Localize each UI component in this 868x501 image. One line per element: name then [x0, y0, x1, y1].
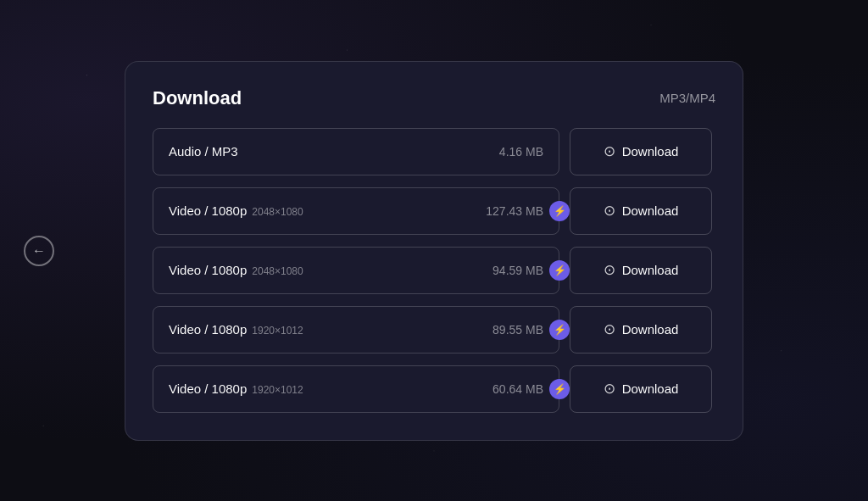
panel-subtitle: MP3/MP4	[659, 91, 715, 105]
download-label: Download	[622, 203, 679, 218]
lightning-icon: ⚡	[554, 324, 566, 336]
download-button[interactable]: ⊙ Download	[570, 128, 712, 175]
resolution-label: 1920×1012	[252, 384, 303, 396]
info-box: Video / 1080p 2048×1080 127.43 MB	[153, 187, 559, 235]
file-size: 4.16 MB	[499, 145, 543, 159]
lightning-icon: ⚡	[554, 264, 566, 276]
download-label: Download	[622, 263, 679, 277]
format-label: Video / 1080p 1920×1012	[169, 322, 303, 337]
file-size: 127.43 MB	[486, 204, 543, 218]
download-panel: Download MP3/MP4 Audio / MP3 4.16 MB ⊙ D…	[125, 61, 743, 441]
download-row: Video / 1080p 2048×1080 94.59 MB ⚡ ⊙ Dow…	[153, 247, 712, 294]
download-label: Download	[622, 322, 679, 337]
download-button[interactable]: ⊙ Download	[570, 247, 712, 294]
file-size: 60.64 MB	[492, 382, 543, 396]
lightning-icon: ⚡	[554, 205, 566, 217]
resolution-label: 1920×1012	[252, 325, 303, 337]
resolution-label: 2048×1080	[252, 265, 303, 277]
download-button[interactable]: ⊙ Download	[570, 187, 712, 235]
file-size: 89.55 MB	[492, 323, 543, 337]
download-circle-icon: ⊙	[604, 380, 615, 398]
download-circle-icon: ⊙	[604, 261, 615, 279]
download-label: Download	[622, 381, 679, 396]
download-circle-icon: ⊙	[604, 202, 615, 220]
resolution-label: 2048×1080	[252, 206, 303, 218]
download-circle-icon: ⊙	[604, 142, 615, 160]
lightning-badge: ⚡	[549, 320, 570, 340]
download-label: Download	[622, 144, 679, 159]
file-size: 94.59 MB	[492, 264, 543, 277]
download-row: Video / 1080p 2048×1080 127.43 MB ⚡ ⊙ Do…	[153, 187, 712, 235]
back-icon: ←	[32, 243, 46, 259]
format-label: Video / 1080p 2048×1080	[169, 263, 303, 277]
download-button[interactable]: ⊙ Download	[570, 365, 712, 413]
lightning-badge: ⚡	[549, 379, 570, 399]
info-box: Video / 1080p 2048×1080 94.59 MB	[153, 247, 559, 294]
format-label: Video / 1080p 1920×1012	[169, 381, 303, 396]
lightning-icon: ⚡	[554, 383, 566, 395]
download-row: Audio / MP3 4.16 MB ⊙ Download	[153, 128, 712, 175]
format-label: Video / 1080p 2048×1080	[169, 203, 303, 218]
format-label: Audio / MP3	[169, 144, 238, 159]
panel-header: Download MP3/MP4	[153, 87, 715, 109]
download-circle-icon: ⊙	[604, 320, 615, 338]
info-box: Video / 1080p 1920×1012 89.55 MB	[153, 306, 559, 353]
download-button[interactable]: ⊙ Download	[570, 306, 712, 353]
lightning-badge: ⚡	[549, 201, 570, 221]
lightning-badge: ⚡	[549, 260, 570, 281]
info-box: Video / 1080p 1920×1012 60.64 MB	[153, 365, 559, 413]
download-row: Video / 1080p 1920×1012 60.64 MB ⚡ ⊙ Dow…	[153, 365, 712, 413]
download-row: Video / 1080p 1920×1012 89.55 MB ⚡ ⊙ Dow…	[153, 306, 712, 353]
back-button[interactable]: ←	[24, 236, 54, 266]
panel-title: Download	[153, 87, 242, 109]
info-box: Audio / MP3 4.16 MB	[153, 128, 559, 175]
rows-container: Audio / MP3 4.16 MB ⊙ Download Video / 1…	[153, 128, 715, 413]
